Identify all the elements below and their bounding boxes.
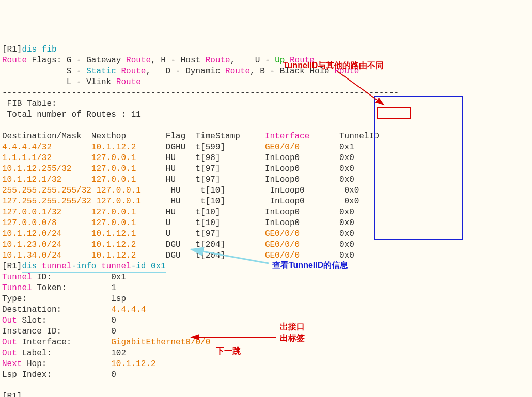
- cell: InLoop0: [270, 197, 344, 206]
- cell: InLoop0: [265, 175, 339, 184]
- cell: 10.1.12.2: [91, 251, 166, 260]
- cell: t[97]: [195, 164, 264, 173]
- cell: 0x1: [339, 142, 354, 152]
- cell: 0x0: [339, 251, 354, 260]
- cell: GE0/0/0: [265, 142, 339, 152]
- text: Route: [116, 77, 141, 87]
- key: Tunnel: [2, 283, 32, 293]
- cell: GE0/0/0: [265, 240, 339, 249]
- cell: InLoop0: [265, 218, 339, 228]
- val: 0: [111, 370, 116, 379]
- fib-table-label: FIB Table:: [2, 99, 57, 108]
- col-tunnelid: TunnelID: [309, 132, 379, 141]
- val: lsp: [111, 294, 126, 304]
- col-timestamp: TimeStamp: [195, 132, 264, 141]
- col-nexthop: Nexthop: [91, 132, 166, 141]
- cell: t[98]: [195, 153, 264, 163]
- text: Flags:: [27, 56, 67, 65]
- cell: 127.0.0.0/8: [2, 218, 91, 228]
- cell: 127.0.0.1: [91, 186, 171, 195]
- annotation-next-hop: 下一跳: [216, 345, 241, 356]
- annotation-tunnelid-diff: TunnelID与其他的路由不同: [283, 60, 384, 71]
- text: G - Gateway: [67, 56, 126, 65]
- text: D - Dynamic: [166, 67, 225, 76]
- cell: 127.0.0.1: [91, 175, 166, 184]
- cell: 0x0: [345, 186, 359, 195]
- val: 102: [111, 348, 126, 358]
- cell: 0x0: [339, 208, 354, 217]
- text: ,: [146, 67, 165, 76]
- text: ,: [250, 67, 260, 76]
- val: 0x1: [111, 273, 126, 282]
- text: ,: [230, 56, 255, 65]
- cell: HU: [166, 175, 196, 184]
- text: Route: [116, 67, 146, 76]
- prompt: [R1]: [2, 262, 22, 271]
- text: U -: [255, 56, 275, 65]
- command-text: dis: [22, 262, 41, 271]
- prompt: [R1]: [2, 45, 22, 54]
- key: Out: [2, 338, 17, 347]
- cell: U: [166, 218, 196, 228]
- key: Token:: [32, 283, 112, 293]
- annotation-out-interface: 出接口: [280, 321, 305, 332]
- cell: 1.1.1.1/32: [2, 153, 91, 163]
- key: Destination:: [2, 305, 61, 314]
- cell: InLoop0: [265, 208, 339, 217]
- cell: DGHU: [166, 142, 196, 152]
- val: 0: [111, 327, 116, 336]
- cell: 10.1.23.0/24: [2, 240, 91, 249]
- col-interface: Interface: [265, 132, 309, 141]
- command-text: -info: [71, 262, 101, 271]
- cell: DGU: [166, 240, 196, 249]
- cell: 0x0: [339, 175, 354, 184]
- cell: 127.0.0.1: [91, 197, 171, 206]
- terminal-output: [R1]dis fib Route Flags: G - Gateway Rou…: [2, 44, 530, 397]
- key: Next: [2, 359, 22, 369]
- cell: HU: [170, 197, 200, 206]
- text: L - Vlink: [67, 77, 116, 87]
- cell: 127.0.0.1: [91, 218, 166, 228]
- key: Label:: [17, 348, 111, 358]
- cell: 10.1.12.0/24: [2, 229, 91, 239]
- cell: InLoop0: [265, 153, 339, 163]
- cell: 0x0: [339, 240, 354, 249]
- cell: DGU: [166, 251, 196, 260]
- command-text: -id 0x1: [131, 262, 166, 271]
- text: H - Host: [161, 56, 205, 65]
- cell: 0x0: [339, 218, 354, 228]
- cell: 0x0: [339, 229, 354, 239]
- cell: t[10]: [200, 186, 270, 195]
- cell: HU: [166, 153, 196, 163]
- cell: HU: [166, 164, 196, 173]
- cell: t[204]: [195, 240, 264, 249]
- val: 0: [111, 316, 116, 325]
- cell: 10.1.12.1/32: [2, 175, 91, 184]
- cell: t[10]: [195, 208, 264, 217]
- cell: 127.0.0.1: [91, 153, 166, 163]
- key: Instance ID:: [2, 327, 61, 336]
- key: [27, 294, 111, 304]
- cell: 10.1.12.1: [91, 229, 166, 239]
- cell: GE0/0/0: [265, 251, 339, 260]
- key: Out: [2, 316, 17, 325]
- text: ,: [151, 56, 161, 65]
- key: Out: [2, 348, 17, 358]
- annotation-view-tunnelid: 查看TunnelID的信息: [272, 260, 348, 271]
- val: 10.1.12.2: [111, 359, 155, 369]
- key: Slot:: [17, 316, 111, 325]
- cell: t[10]: [200, 197, 270, 206]
- key: Interface:: [17, 338, 111, 347]
- cell: t[204]: [195, 251, 264, 260]
- text: Route: [206, 56, 230, 65]
- cell: 10.1.12.2: [91, 142, 166, 152]
- key: Index:: [17, 370, 111, 379]
- val: 1: [111, 283, 116, 293]
- val: GigabitEthernet0/0/0: [111, 338, 210, 347]
- cell: 10.1.12.2: [91, 240, 166, 249]
- text: S -: [67, 67, 86, 76]
- command-text: tunnel: [101, 262, 131, 271]
- key: Tunnel: [2, 273, 32, 282]
- cell: t[97]: [195, 175, 264, 184]
- cell: HU: [170, 186, 200, 195]
